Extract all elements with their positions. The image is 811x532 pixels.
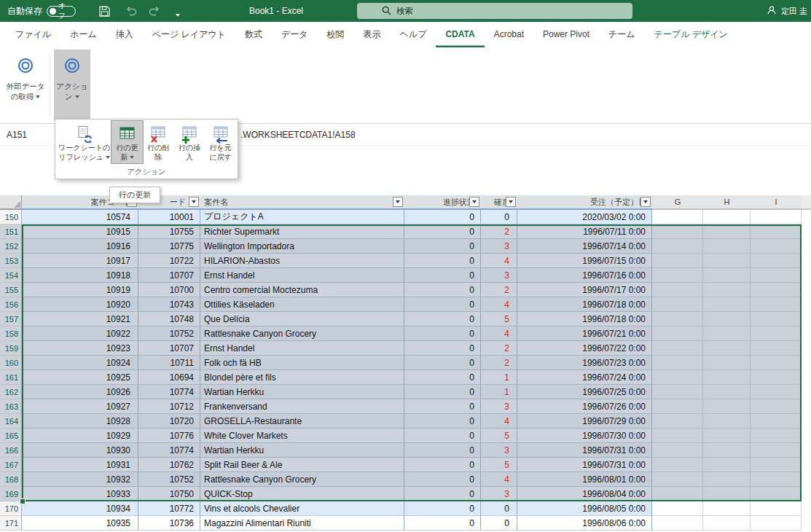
- grid-cell[interactable]: [703, 370, 751, 385]
- grid-cell[interactable]: [751, 254, 802, 268]
- grid-cell[interactable]: [703, 312, 751, 326]
- grid-cell[interactable]: 10752: [138, 472, 200, 487]
- fill-handle[interactable]: [20, 498, 26, 504]
- grid-cell[interactable]: 1996/07/23 0:00: [517, 356, 652, 370]
- grid-cell[interactable]: Frankenversand: [200, 399, 404, 414]
- row-insert-button[interactable]: 行の挿入: [174, 121, 205, 163]
- tab-file[interactable]: ファイル: [6, 22, 60, 47]
- grid-cell[interactable]: 10934: [22, 501, 138, 516]
- grid-cell[interactable]: Wellington Importadora: [200, 239, 404, 254]
- grid-cell[interactable]: 0: [404, 210, 481, 224]
- grid-cell[interactable]: 3: [481, 399, 517, 414]
- grid-cell[interactable]: 10712: [138, 399, 200, 414]
- grid-cell[interactable]: 0: [404, 399, 481, 414]
- user-account[interactable]: 定田 圭: [767, 0, 807, 22]
- row-header[interactable]: 158: [0, 326, 22, 341]
- grid-cell[interactable]: 10921: [22, 312, 138, 326]
- grid-cell[interactable]: [703, 210, 751, 224]
- grid-cell[interactable]: 10927: [22, 399, 138, 414]
- grid-cell[interactable]: 10932: [22, 472, 138, 487]
- grid-cell[interactable]: 4: [481, 297, 517, 312]
- grid-cell[interactable]: 0: [404, 312, 481, 326]
- grid-cell[interactable]: [703, 254, 751, 268]
- grid-cell[interactable]: プロジェクトA: [200, 210, 404, 224]
- grid-cell[interactable]: 10772: [138, 501, 200, 516]
- row-header[interactable]: 162: [0, 385, 22, 399]
- grid-cell[interactable]: Ernst Handel: [200, 341, 404, 356]
- grid-cell[interactable]: 1996/07/24 0:00: [517, 370, 652, 385]
- row-header[interactable]: 150: [0, 210, 22, 224]
- grid-cell[interactable]: 10774: [138, 443, 200, 458]
- grid-cell[interactable]: [652, 224, 703, 239]
- row-header[interactable]: 163: [0, 399, 22, 414]
- grid-cell[interactable]: 10776: [138, 429, 200, 443]
- grid-cell[interactable]: 5: [481, 429, 517, 443]
- grid-cell[interactable]: 10750: [138, 487, 200, 501]
- row-header[interactable]: 154: [0, 268, 22, 283]
- grid-cell[interactable]: 0: [481, 516, 517, 531]
- grid-cell[interactable]: 0: [404, 414, 481, 429]
- grid-cell[interactable]: 4: [481, 326, 517, 341]
- tab-home[interactable]: ホーム: [60, 22, 106, 47]
- grid-cell[interactable]: [751, 341, 802, 356]
- grid-cell[interactable]: Blondel père et fils: [200, 370, 404, 385]
- grid-cell[interactable]: 10711: [138, 356, 200, 370]
- grid-cell[interactable]: 2: [481, 341, 517, 356]
- grid-cell[interactable]: [652, 210, 703, 224]
- grid-cell[interactable]: [751, 326, 802, 341]
- row-header[interactable]: 168: [0, 472, 22, 487]
- grid-cell[interactable]: [703, 385, 751, 399]
- row-header[interactable]: 161: [0, 370, 22, 385]
- grid-cell[interactable]: 2: [481, 283, 517, 297]
- grid-cell[interactable]: 2: [481, 224, 517, 239]
- grid-cell[interactable]: [751, 268, 802, 283]
- grid-cell[interactable]: 1996/07/31 0:00: [517, 443, 652, 458]
- row-header[interactable]: 160: [0, 356, 22, 370]
- column-header-d[interactable]: 進捗状況: [404, 195, 481, 210]
- grid-cell[interactable]: [703, 341, 751, 356]
- grid-cell[interactable]: [703, 414, 751, 429]
- grid-cell[interactable]: Magazzini Alimentari Riuniti: [200, 516, 404, 531]
- grid-cell[interactable]: 1996/07/18 0:00: [517, 297, 652, 312]
- grid-cell[interactable]: 10762: [138, 458, 200, 472]
- column-header-g[interactable]: G: [652, 195, 703, 210]
- row-update-button[interactable]: 行の更新: [111, 121, 143, 163]
- external-data-button[interactable]: 外部データ の取得: [4, 50, 47, 120]
- grid-cell[interactable]: Split Rail Beer & Ale: [200, 458, 404, 472]
- grid-cell[interactable]: 10707: [138, 341, 200, 356]
- row-header[interactable]: 169: [0, 487, 22, 501]
- row-header[interactable]: 156: [0, 297, 22, 312]
- row-header[interactable]: 153: [0, 254, 22, 268]
- search-input[interactable]: 検索: [357, 3, 632, 19]
- grid-cell[interactable]: 1996/07/16 0:00: [517, 268, 652, 283]
- grid-cell[interactable]: 4: [481, 472, 517, 487]
- grid-cell[interactable]: Centro comercial Moctezuma: [200, 283, 404, 297]
- grid-cell[interactable]: [703, 326, 751, 341]
- grid-cell[interactable]: 1996/07/30 0:00: [517, 429, 652, 443]
- grid-cell[interactable]: [751, 370, 802, 385]
- grid-cell[interactable]: Richter Supermarkt: [200, 224, 404, 239]
- grid-cell[interactable]: 10736: [138, 516, 200, 531]
- grid-cell[interactable]: [652, 370, 703, 385]
- grid-cell[interactable]: [751, 501, 802, 516]
- grid-cell[interactable]: 10915: [22, 224, 138, 239]
- grid-cell[interactable]: 0: [404, 429, 481, 443]
- grid-cell[interactable]: 10722: [138, 254, 200, 268]
- quick-access-chevron-icon[interactable]: [173, 9, 180, 20]
- save-icon[interactable]: [99, 5, 110, 17]
- undo-icon[interactable]: [125, 5, 138, 17]
- grid-cell[interactable]: [652, 487, 703, 501]
- grid-cell[interactable]: QUICK-Stop: [200, 487, 404, 501]
- grid-cell[interactable]: [751, 399, 802, 414]
- grid-cell[interactable]: 0: [404, 224, 481, 239]
- grid-cell[interactable]: [652, 297, 703, 312]
- column-header-i[interactable]: I: [751, 195, 802, 210]
- grid-cell[interactable]: White Clover Markets: [200, 429, 404, 443]
- grid-cell[interactable]: [703, 399, 751, 414]
- grid-cell[interactable]: [652, 268, 703, 283]
- grid-cell[interactable]: 10752: [138, 326, 200, 341]
- grid-cell[interactable]: 10001: [138, 210, 200, 224]
- grid-cell[interactable]: 0: [404, 297, 481, 312]
- grid-cell[interactable]: Ernst Handel: [200, 268, 404, 283]
- grid-cell[interactable]: [652, 341, 703, 356]
